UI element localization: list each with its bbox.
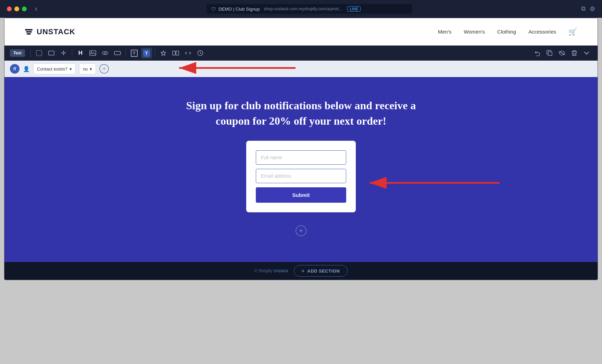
svg-rect-6 bbox=[176, 51, 179, 55]
site-logo: UNSTACK bbox=[25, 27, 75, 36]
arrow-annotation-2 bbox=[359, 173, 503, 193]
contact-select-label: Contact exists? bbox=[37, 66, 67, 72]
columns-tool[interactable] bbox=[170, 48, 181, 59]
collapse-button[interactable] bbox=[581, 48, 592, 59]
clock-tool[interactable] bbox=[195, 48, 206, 59]
svg-rect-4 bbox=[114, 51, 121, 55]
fullname-input[interactable] bbox=[256, 150, 346, 165]
logo-text: UNSTACK bbox=[37, 27, 75, 36]
svg-rect-8 bbox=[548, 52, 552, 55]
add-condition-button[interactable]: + bbox=[99, 64, 109, 74]
nav-mens[interactable]: Men's bbox=[438, 29, 452, 35]
svg-rect-0 bbox=[36, 50, 42, 56]
condition-value-select[interactable]: no ▾ bbox=[79, 63, 96, 74]
browser-nav: 🛡 DEMO | Club Signup shop-unstack-com.my… bbox=[40, 4, 578, 14]
nav-womens[interactable]: Women's bbox=[464, 29, 485, 35]
select-tool[interactable] bbox=[34, 48, 45, 59]
email-input[interactable] bbox=[256, 169, 346, 183]
site-nav: Men's Women's Clothing Accessories 🛒 bbox=[438, 28, 577, 36]
nav-accessories[interactable]: Accessories bbox=[528, 29, 556, 35]
url-bar[interactable]: 🛡 DEMO | Club Signup shop-unstack-com.my… bbox=[206, 4, 412, 14]
browser-frame: ‹ 🛡 DEMO | Club Signup shop-unstack-com.… bbox=[0, 0, 602, 18]
submit-button[interactable]: Submit bbox=[256, 187, 346, 203]
svg-rect-1 bbox=[49, 51, 54, 55]
frame-tool[interactable] bbox=[46, 48, 57, 59]
chevron-down-icon: ▾ bbox=[70, 66, 72, 72]
person-icon: 👤 bbox=[23, 66, 30, 72]
if-badge: If bbox=[10, 64, 20, 74]
condition-value-label: no bbox=[83, 66, 88, 72]
shield-icon: 🛡 bbox=[211, 7, 216, 12]
svg-rect-5 bbox=[173, 51, 175, 55]
delete-button[interactable] bbox=[569, 48, 580, 59]
traffic-light-red[interactable] bbox=[7, 7, 12, 11]
back-button[interactable]: ‹ bbox=[35, 4, 37, 13]
site-title: DEMO | Club Signup bbox=[218, 7, 260, 12]
embed-tool[interactable] bbox=[183, 48, 193, 59]
toolbar-sep-4 bbox=[155, 49, 155, 57]
logo-icon bbox=[25, 29, 33, 35]
link-tool[interactable] bbox=[100, 48, 111, 59]
add-section-circle-button[interactable]: + bbox=[296, 225, 306, 236]
symbol-tool[interactable] bbox=[158, 48, 169, 59]
toolbar-right-actions bbox=[532, 48, 592, 59]
add-section-divider: + bbox=[291, 221, 311, 241]
traffic-lights bbox=[7, 7, 27, 11]
duplicate-button[interactable] bbox=[544, 48, 555, 59]
text-solid-tool[interactable]: T bbox=[141, 48, 152, 59]
copy-icon[interactable]: ⧉ bbox=[581, 5, 586, 13]
cart-icon[interactable]: 🛒 bbox=[568, 28, 577, 36]
button-tool[interactable] bbox=[112, 48, 123, 59]
editor-toolbar: Text ✛ H T T bbox=[4, 46, 598, 61]
website-container: UNSTACK Men's Women's Clothing Accessori… bbox=[4, 18, 598, 280]
live-badge: LIVE bbox=[347, 6, 360, 12]
toolbar-sep-2 bbox=[72, 49, 72, 57]
hero-section: Sign up for club notifications below and… bbox=[4, 77, 598, 262]
footer-unstack-link[interactable]: Unstack bbox=[273, 268, 288, 273]
chevron-down-icon-2: ▾ bbox=[90, 66, 92, 72]
toolbar-sep-1 bbox=[30, 49, 31, 57]
add-section-bar: © Shopify Unstack ≡ ADD SECTION bbox=[4, 262, 598, 280]
condition-bar: If 👤 Contact exists? ▾ no ▾ + bbox=[4, 61, 598, 77]
hero-title: Sign up for club notifications below and… bbox=[181, 98, 421, 129]
text-outline-tool[interactable]: T bbox=[129, 48, 140, 59]
hide-button[interactable] bbox=[556, 48, 567, 59]
traffic-light-yellow[interactable] bbox=[14, 7, 19, 11]
toolbar-sep-3 bbox=[126, 49, 126, 57]
form-area: Submit bbox=[246, 141, 356, 212]
nav-clothing[interactable]: Clothing bbox=[497, 29, 516, 35]
heading-tool[interactable]: H bbox=[75, 48, 86, 59]
url-text: shop-unstack-com.myshopify.com/a/prod... bbox=[264, 7, 342, 11]
add-section-label: ADD SECTION bbox=[307, 268, 340, 274]
move-tool[interactable]: ✛ bbox=[58, 48, 69, 59]
traffic-light-green[interactable] bbox=[22, 7, 27, 11]
toolbar-text-label: Text bbox=[10, 49, 25, 57]
contact-exists-select[interactable]: Contact exists? ▾ bbox=[33, 63, 76, 74]
site-header: UNSTACK Men's Women's Clothing Accessori… bbox=[4, 18, 598, 46]
image-tool[interactable] bbox=[87, 48, 98, 59]
add-section-button[interactable]: ≡ ADD SECTION bbox=[294, 265, 348, 277]
signup-form: Submit bbox=[246, 141, 356, 212]
layers-icon: ≡ bbox=[302, 268, 305, 274]
undo-button[interactable] bbox=[532, 48, 543, 59]
arrow-annotation-1 bbox=[169, 59, 299, 79]
browser-titlebar: ‹ 🛡 DEMO | Club Signup shop-unstack-com.… bbox=[0, 0, 602, 18]
footer-text: © Shopify Unstack bbox=[254, 268, 288, 273]
settings-icon[interactable]: ⚙ bbox=[590, 5, 595, 13]
browser-actions: ⧉ ⚙ bbox=[581, 5, 595, 13]
